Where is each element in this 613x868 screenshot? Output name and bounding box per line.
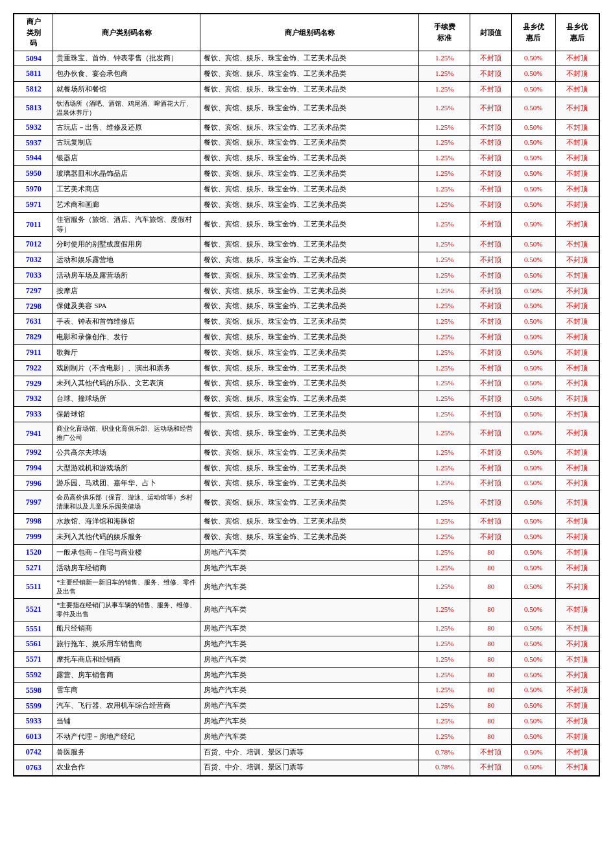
cell-cap: 80 [470, 698, 512, 714]
cell-name: 分时使用的别墅或度假用房 [53, 237, 200, 252]
cell-disc2: 不封顶 [555, 598, 599, 621]
cell-group: 餐饮、宾馆、娱乐、珠宝金饰、工艺美术品类 [200, 66, 419, 82]
cell-code: 0763 [14, 760, 53, 775]
cell-code: 7941 [14, 422, 53, 445]
table-row: 5599汽车、飞行器、农用机车综合经营商房地产汽车类1.25%800.50%不封… [14, 698, 599, 714]
table-row: 6013不动产代理－房地产经纪房地产汽车类1.25%800.50%不封顶 [14, 729, 599, 745]
cell-fee: 1.25% [419, 268, 470, 283]
cell-fee: 1.25% [419, 330, 470, 345]
cell-name: 保健及美容 SPA [53, 298, 200, 314]
cell-cap: 80 [470, 652, 512, 668]
cell-name: 不动产代理－房地产经纪 [53, 729, 200, 745]
cell-disc1: 0.50% [512, 491, 555, 514]
cell-cap: 不封顶 [470, 212, 512, 237]
cell-fee: 1.25% [419, 314, 470, 330]
cell-name: 商业化育场馆、职业化育俱乐部、运动场和经营推广公司 [53, 422, 200, 445]
cell-disc2: 不封顶 [555, 729, 599, 745]
cell-disc1: 0.50% [512, 197, 555, 212]
cell-disc2: 不封顶 [555, 330, 599, 345]
cell-group: 餐饮、宾馆、娱乐、珠宝金饰、工艺美术品类 [200, 197, 419, 212]
cell-cap: 80 [470, 667, 512, 682]
cell-disc2: 不封顶 [555, 514, 599, 529]
cell-disc1: 0.50% [512, 598, 555, 621]
cell-fee: 1.25% [419, 460, 470, 476]
cell-disc2: 不封顶 [555, 407, 599, 422]
cell-disc2: 不封顶 [555, 529, 599, 545]
cell-group: 房地产汽车类 [200, 575, 419, 598]
cell-disc2: 不封顶 [555, 166, 599, 182]
cell-disc2: 不封顶 [555, 197, 599, 212]
cell-code: 5598 [14, 682, 53, 698]
cell-disc2: 不封顶 [555, 151, 599, 166]
data-table: 商户类别码 商户类别码名称 商户组别码名称 手续费标准 封顶值 县乡优惠后 县乡… [14, 14, 599, 776]
cell-fee: 1.25% [419, 698, 470, 714]
cell-disc1: 0.50% [512, 760, 555, 775]
cell-disc2: 不封顶 [555, 744, 599, 760]
cell-group: 餐饮、宾馆、娱乐、珠宝金饰、工艺美术品类 [200, 151, 419, 166]
cell-disc2: 不封顶 [555, 283, 599, 298]
cell-disc1: 0.50% [512, 560, 555, 575]
cell-cap: 不封顶 [470, 407, 512, 422]
table-row: 5937古玩复制店餐饮、宾馆、娱乐、珠宝金饰、工艺美术品类1.25%不封顶0.5… [14, 135, 599, 151]
cell-disc1: 0.50% [512, 445, 555, 461]
cell-name: 旅行拖车、娱乐用车销售商 [53, 636, 200, 652]
cell-cap: 80 [470, 575, 512, 598]
cell-disc1: 0.50% [512, 314, 555, 330]
cell-disc2: 不封顶 [555, 476, 599, 491]
cell-group: 餐饮、宾馆、娱乐、珠宝金饰、工艺美术品类 [200, 314, 419, 330]
cell-group: 餐饮、宾馆、娱乐、珠宝金饰、工艺美术品类 [200, 445, 419, 461]
cell-disc1: 0.50% [512, 82, 555, 97]
cell-group: 餐饮、宾馆、娱乐、珠宝金饰、工艺美术品类 [200, 476, 419, 491]
cell-disc1: 0.50% [512, 330, 555, 345]
cell-disc2: 不封顶 [555, 621, 599, 636]
table-row: 5511*主要经销新一新旧车的销售、服务、维修、零件及出售房地产汽车类1.25%… [14, 575, 599, 598]
cell-group: 餐饮、宾馆、娱乐、珠宝金饰、工艺美术品类 [200, 82, 419, 97]
cell-code: 5970 [14, 182, 53, 197]
table-row: 7911歌舞厅餐饮、宾馆、娱乐、珠宝金饰、工艺美术品类1.25%不封顶0.50%… [14, 345, 599, 361]
cell-code: 5932 [14, 119, 53, 135]
table-row: 5971艺术商和画廊餐饮、宾馆、娱乐、珠宝金饰、工艺美术品类1.25%不封顶0.… [14, 197, 599, 212]
cell-disc2: 不封顶 [555, 97, 599, 119]
cell-group: 餐饮、宾馆、娱乐、珠宝金饰、工艺美术品类 [200, 330, 419, 345]
cell-disc1: 0.50% [512, 237, 555, 252]
cell-disc1: 0.50% [512, 391, 555, 407]
main-table-container: 商户类别码 商户类别码名称 商户组别码名称 手续费标准 封顶值 县乡优惠后 县乡… [13, 13, 600, 777]
cell-fee: 1.25% [419, 66, 470, 82]
cell-disc1: 0.50% [512, 166, 555, 182]
table-row: 7941商业化育场馆、职业化育俱乐部、运动场和经营推广公司餐饮、宾馆、娱乐、珠宝… [14, 422, 599, 445]
cell-fee: 1.25% [419, 252, 470, 268]
cell-fee: 1.25% [419, 197, 470, 212]
cell-cap: 80 [470, 714, 512, 729]
cell-group: 餐饮、宾馆、娱乐、珠宝金饰、工艺美术品类 [200, 237, 419, 252]
cell-code: 7996 [14, 476, 53, 491]
cell-code: 7911 [14, 345, 53, 361]
header-fee: 手续费标准 [419, 14, 470, 51]
cell-group: 餐饮、宾馆、娱乐、珠宝金饰、工艺美术品类 [200, 212, 419, 237]
cell-code: 7011 [14, 212, 53, 237]
table-row: 7922戏剧制片（不含电影）、演出和票务餐饮、宾馆、娱乐、珠宝金饰、工艺美术品类… [14, 360, 599, 376]
cell-cap: 不封顶 [470, 422, 512, 445]
cell-name: 保龄球馆 [53, 407, 200, 422]
table-header-row: 商户类别码 商户类别码名称 商户组别码名称 手续费标准 封顶值 县乡优惠后 县乡… [14, 14, 599, 51]
table-row: 0742兽医服务百货、中介、培训、景区门票等0.78%不封顶0.50%不封顶 [14, 744, 599, 760]
cell-fee: 1.25% [419, 407, 470, 422]
table-row: 1520一般承包商－住宅与商业楼房地产汽车类1.25%800.50%不封顶 [14, 545, 599, 561]
cell-fee: 1.25% [419, 491, 470, 514]
cell-name: *主要指在经销门从事车辆的销售、服务、维修、零件及出售 [53, 598, 200, 621]
cell-disc2: 不封顶 [555, 212, 599, 237]
cell-cap: 不封顶 [470, 744, 512, 760]
cell-group: 房地产汽车类 [200, 621, 419, 636]
cell-name: 一般承包商－住宅与商业楼 [53, 545, 200, 561]
cell-code: 5592 [14, 667, 53, 682]
cell-disc1: 0.50% [512, 283, 555, 298]
cell-code: 7932 [14, 391, 53, 407]
cell-cap: 不封顶 [470, 97, 512, 119]
cell-group: 餐饮、宾馆、娱乐、珠宝金饰、工艺美术品类 [200, 491, 419, 514]
cell-name: 贵重珠宝、首饰、钟表零售（批发商） [53, 51, 200, 66]
cell-name: 玻璃器皿和水晶饰品店 [53, 166, 200, 182]
cell-cap: 不封顶 [470, 491, 512, 514]
cell-code: 0742 [14, 744, 53, 760]
cell-code: 5812 [14, 82, 53, 97]
cell-group: 餐饮、宾馆、娱乐、珠宝金饰、工艺美术品类 [200, 252, 419, 268]
cell-disc1: 0.50% [512, 514, 555, 529]
